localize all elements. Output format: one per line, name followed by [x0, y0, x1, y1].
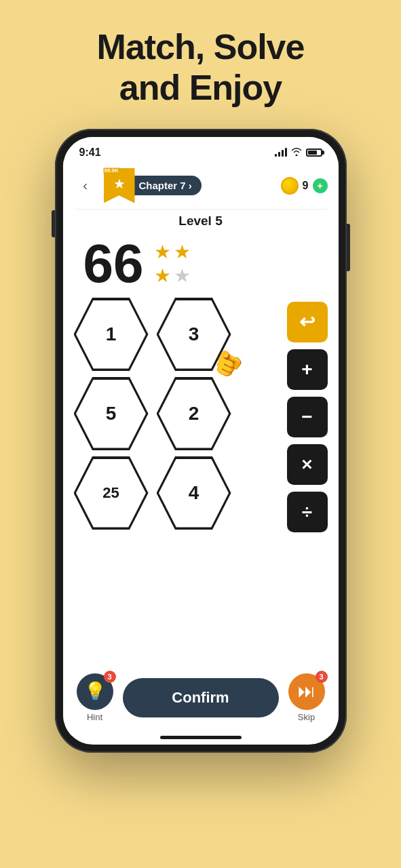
phone-screen: 9:41 [63, 137, 339, 745]
plus-button[interactable]: + [287, 349, 328, 390]
hex-cell-25[interactable]: 25 [74, 458, 149, 529]
skip-circle: ⏭ 3 [288, 673, 325, 710]
bookmark-icon: 99.9K ★ [104, 168, 135, 203]
phone-frame: 9:41 [55, 129, 347, 753]
star-3: ★ [154, 264, 171, 287]
star-4: ★ [174, 264, 191, 287]
skip-badge: 3 [316, 671, 328, 683]
headline-line2: and Enjoy [119, 68, 282, 107]
hex-cell-5[interactable]: 5 [74, 378, 149, 450]
nav-bar: ‹ 99.9K ★ Chapter 7 › 9 + [63, 163, 339, 209]
operators-panel: ↩ + − × ÷ [287, 299, 328, 658]
level-title: Level 5 [63, 210, 339, 231]
score-area: 66 ★ ★ ★ ★ [63, 231, 339, 294]
skip-button[interactable]: ⏭ 3 Skip [288, 673, 325, 722]
hex-number-4[interactable]: 4 [159, 459, 229, 528]
coins-badge: 9 + [281, 177, 328, 195]
headline-line1: Match, Solve [97, 27, 305, 66]
hex-row-2: 5 2 [74, 378, 279, 450]
signal-icon [275, 148, 287, 157]
divide-button[interactable]: ÷ [287, 492, 328, 532]
hex-number-1[interactable]: 1 [76, 300, 146, 369]
battery-icon [306, 149, 322, 157]
add-coins-button[interactable]: + [313, 178, 328, 193]
bottom-bar: 💡 3 Hint Confirm ⏭ 3 Skip [63, 664, 339, 736]
hexagon-grid: 1 3 🫵 [74, 299, 279, 658]
hint-badge: 3 [104, 671, 116, 683]
chapter-text: Chapter 7 [139, 180, 186, 191]
status-icons [275, 147, 322, 158]
chapter-label[interactable]: Chapter 7 › [132, 176, 202, 195]
confirm-button[interactable]: Confirm [123, 678, 279, 717]
target-number: 66 [83, 237, 144, 291]
stars-top-row: ★ ★ [154, 241, 191, 263]
skip-icon: ⏭ [298, 681, 316, 702]
skip-label: Skip [298, 712, 315, 722]
hint-circle: 💡 3 [77, 673, 113, 710]
stars-bottom-row: ★ ★ [154, 264, 191, 287]
stars-display: ★ ★ ★ ★ [154, 241, 191, 287]
hex-cell-3[interactable]: 3 🫵 [157, 299, 231, 370]
bookmark-count: 99.9K [102, 167, 121, 174]
wifi-icon [291, 147, 302, 158]
hint-label: Hint [87, 712, 102, 722]
hint-icon: 💡 [84, 681, 106, 702]
confirm-label: Confirm [172, 689, 229, 707]
hex-cell-4[interactable]: 4 [157, 458, 231, 529]
undo-button[interactable]: ↩ [287, 302, 328, 342]
hex-number-5[interactable]: 5 [76, 380, 146, 448]
star-2: ★ [174, 241, 191, 263]
bookmark-star-icon: ★ [113, 176, 126, 192]
hex-cell-2[interactable]: 2 [157, 378, 231, 450]
hex-row-1: 1 3 🫵 [74, 299, 279, 370]
hex-row-3: 25 4 [74, 458, 279, 529]
minus-button[interactable]: − [287, 397, 328, 437]
game-area: 1 3 🫵 [63, 294, 339, 664]
coin-icon [281, 177, 299, 195]
app-headline: Match, Solve and Enjoy [97, 27, 305, 108]
multiply-button[interactable]: × [287, 444, 328, 485]
back-button[interactable]: ‹ [74, 174, 97, 197]
hex-number-25[interactable]: 25 [76, 459, 146, 528]
home-indicator [160, 736, 242, 739]
status-bar: 9:41 [63, 137, 339, 163]
star-1: ★ [154, 241, 171, 263]
hint-button[interactable]: 💡 3 Hint [77, 673, 113, 722]
coin-count: 9 [303, 180, 309, 192]
status-time: 9:41 [79, 146, 101, 159]
hex-cell-1[interactable]: 1 [74, 299, 149, 370]
chapter-arrow: › [189, 180, 192, 191]
chapter-badge[interactable]: 99.9K ★ Chapter 7 › [104, 168, 202, 203]
hex-number-2[interactable]: 2 [159, 380, 229, 448]
